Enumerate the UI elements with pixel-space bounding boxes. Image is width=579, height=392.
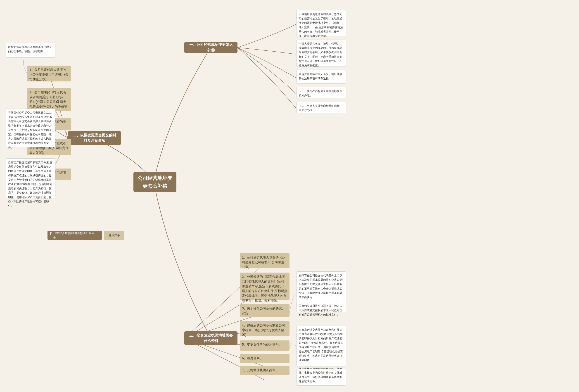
sub-node-r6: 6、租房合同。 — [240, 354, 290, 363]
leaf-node-1: 应标明指定代表或者共同委托代理人的办理事项、权限、授权期限。 — [6, 43, 55, 58]
sub-node-1: 1、公司法定代表人签署的《公司变更登记申请书》(公司加盖公章); — [27, 66, 71, 81]
ref-citation: [1]《中华人民共和国商标法》第四十一条 — [48, 231, 102, 240]
sub-node-r2: 2、公司签署的《指定代表或者共同委托代理人的证明》(公司加盖公章)及指定代表或委… — [240, 273, 290, 300]
sub-node-r4: 4、修改后的公司章程或者公司章程修正案(公司法定代表人签署)。 — [240, 321, 290, 336]
mind-map: 公司经营地址变更怎么补偿 一、公司经营地址变更怎么补偿 二、依据变更应当提交的材… — [0, 0, 579, 392]
central-node: 公司经营地址变更怎么补偿 — [134, 172, 176, 192]
leaf-node-r-s3r-detail: 有限责任公司提交由代表三分之二以上表决权的股东签署的股东会决议,股份有限公司提交… — [296, 271, 346, 312]
sub-node-r5: 5、变更后住所的使用证明。 — [240, 340, 290, 351]
branch-node-1: 一、公司经营地址变更怎么补偿 — [184, 42, 237, 53]
leaf-node-r3: 申请变更商标注册人名义、地址或者其他注册事项有两条途径 — [296, 70, 346, 84]
sub-node-r1: 1、公司法定代表人签署的《公司变更登记申请书》(公司加盖公章); — [240, 253, 290, 268]
leaf-node-r-s5r-detail: 自有房产提交房屋产权证复印件及房主身份证复印件;租赁房屋提交租赁协议复印件以及出… — [296, 326, 346, 366]
ref-label: 引用法条 — [104, 231, 124, 240]
leaf-node-r-s6r-detail: 属住宅楼改变为经营性用房的，属城镇房屋的，就提供当地居委会签章的住所证明文件。 — [296, 369, 346, 386]
branch-node-3: 三、变更营业执照地址需要什么资料 — [184, 331, 237, 345]
leaf-node-s5-detail: 自有房产提交房屋产权证复印件;租赁房屋提交租赁协议复印件以及出租方的房屋产权证复… — [6, 158, 55, 198]
leaf-node-r4: （一）要托在商标局备案的商标代理机构办理。 — [296, 87, 346, 98]
sub-node-r7: 7、公司营业执照正副本。 — [240, 366, 290, 375]
leaf-node-r5: （二）申请人直接到商标局的商标注册大厅办理 — [296, 102, 346, 113]
sub-node-2: 2、公司签署的《指定代表或者共同委托代理人的证明》(公司加盖公章)及指定代表或委… — [27, 88, 71, 111]
branch-node-2: 二、依据变更应当提交的材料及注意事项 — [68, 131, 121, 145]
leaf-node-r1: 不做地址变更也能办理续展，除非公司的经营地址发生了变动，地址已经变更的需要申请地… — [296, 10, 346, 36]
connector-lines — [0, 0, 579, 392]
leaf-node-s3-detail: 有限责任公司提交由代表三分之二以上表决权的股东签署的股东会决议,股份有限公司提交… — [6, 109, 55, 147]
sub-node-r3: 3、关于修改公司章程的决议、决定。 — [240, 304, 290, 317]
leaf-node-r2: 申请人变更其名义、地址、代理人，或者删减指定的商品的，可以向商标局办理变更手续。… — [296, 40, 346, 67]
